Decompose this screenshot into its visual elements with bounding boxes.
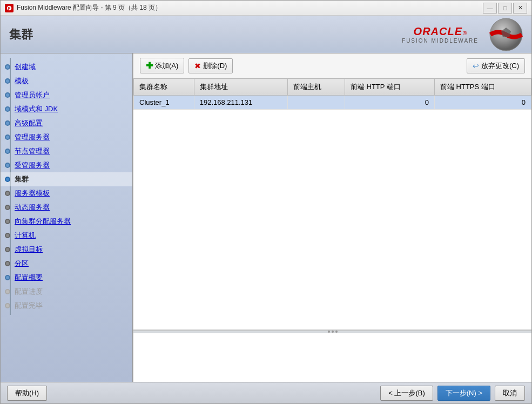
nav-dot-clusters [5, 177, 10, 182]
sidebar-item-config-summary[interactable]: 配置概要 [1, 271, 132, 285]
clusters-table: 集群名称 集群地址 前端主机 前端 HTTP 端口 前端 HTTPS 端口 Cl… [133, 78, 531, 110]
sidebar-item-dynamic-servers[interactable]: 动态服务器 [1, 200, 132, 214]
sidebar-item-templates[interactable]: 模板 [1, 74, 132, 88]
nav-dot-advanced-config [5, 120, 10, 126]
nav-items-container: 创建域 模板 管理员帐户 域模式和 JDK [1, 58, 132, 315]
sidebar-item-node-manager[interactable]: 节点管理器 [1, 144, 132, 158]
nav-dot-virtual-targets [5, 247, 10, 252]
nav-dot-partitions [5, 261, 10, 266]
prev-button[interactable]: < 上一步(B) [380, 386, 433, 401]
abandon-label: 放弃更改(C) [481, 61, 519, 71]
resize-dot-3 [335, 331, 338, 333]
add-button[interactable]: ✚ 添加(A) [140, 58, 184, 73]
sidebar-link-advanced-config[interactable]: 高级配置 [15, 118, 43, 128]
table-body: Cluster_1 192.168.211.131 0 0 [134, 96, 531, 110]
sidebar-item-manage-servers[interactable]: 管理服务器 [1, 130, 132, 144]
minimize-button[interactable]: — [483, 3, 497, 14]
registered-mark: ® [463, 30, 467, 36]
sidebar-link-config-summary[interactable]: 配置概要 [15, 273, 43, 282]
cell-frontend-host[interactable] [287, 96, 345, 110]
sidebar-item-virtual-targets[interactable]: 虚拟目标 [1, 243, 132, 257]
cancel-button[interactable]: 取消 [495, 386, 525, 401]
fusion-middleware-text: FUSION MIDDLEWARE [402, 38, 479, 44]
app-icon: F [5, 4, 14, 12]
cell-cluster-address[interactable]: 192.168.211.131 [194, 96, 287, 110]
sidebar-link-templates[interactable]: 模板 [15, 76, 29, 86]
abandon-button[interactable]: ↩ 放弃更改(C) [467, 58, 525, 73]
maximize-button[interactable]: □ [498, 3, 512, 14]
delete-icon: ✖ [194, 62, 201, 70]
cell-cluster-name[interactable]: Cluster_1 [134, 96, 194, 110]
sidebar-item-partitions[interactable]: 分区 [1, 257, 132, 271]
sidebar-link-managed-servers[interactable]: 受管服务器 [15, 160, 50, 170]
nav-dot-create-domain [5, 64, 10, 70]
toolbar: ✚ 添加(A) ✖ 删除(D) ↩ 放弃更改(C) [133, 53, 531, 78]
nav-dot-machines [5, 233, 10, 238]
content-area: ✚ 添加(A) ✖ 删除(D) ↩ 放弃更改(C) [133, 53, 531, 382]
sidebar-item-admin-account[interactable]: 管理员帐户 [1, 88, 132, 102]
sidebar-item-machines[interactable]: 计算机 [1, 228, 132, 243]
col-header-frontend-http: 前端 HTTP 端口 [345, 79, 434, 96]
header-row: 集群名称 集群地址 前端主机 前端 HTTP 端口 前端 HTTPS 端口 [134, 79, 531, 96]
nav-dot-server-templates [5, 191, 10, 196]
log-area [133, 333, 531, 382]
sidebar-link-partitions[interactable]: 分区 [15, 259, 29, 268]
resize-dots [328, 331, 338, 333]
sidebar-item-assign-servers[interactable]: 向集群分配服务器 [1, 214, 132, 228]
sidebar-link-dynamic-servers[interactable]: 动态服务器 [15, 203, 50, 212]
sidebar-item-clusters[interactable]: 集群 [1, 172, 132, 186]
nav-dot-manage-servers [5, 134, 10, 140]
sidebar-link-node-manager[interactable]: 节点管理器 [15, 146, 50, 156]
sidebar-link-machines[interactable]: 计算机 [15, 231, 36, 240]
sidebar-item-config-complete: 配置完毕 [1, 299, 132, 313]
nav-dot-templates [5, 78, 10, 84]
nav-dot-domain-mode [5, 106, 10, 112]
col-header-frontend-host: 前端主机 [287, 79, 345, 96]
sidebar-item-advanced-config[interactable]: 高级配置 [1, 116, 132, 130]
main-content: 集群 ORACLE ® FUSION MIDDLEWARE [1, 16, 531, 403]
nav-dot-managed-servers [5, 163, 10, 168]
sidebar-link-assign-servers[interactable]: 向集群分配服务器 [15, 217, 71, 226]
table-row[interactable]: Cluster_1 192.168.211.131 0 0 [134, 96, 531, 110]
delete-button[interactable]: ✖ 删除(D) [188, 58, 233, 73]
cell-frontend-http[interactable]: 0 [345, 96, 434, 110]
sidebar-link-manage-servers[interactable]: 管理服务器 [15, 132, 50, 142]
footer: 帮助(H) < 上一步(B) 下一步(N) > 取消 [1, 382, 531, 403]
col-header-name: 集群名称 [134, 79, 194, 96]
oracle-globe-icon [489, 18, 523, 51]
sidebar-link-virtual-targets[interactable]: 虚拟目标 [15, 245, 43, 254]
col-header-address: 集群地址 [194, 79, 287, 96]
sidebar-label-config-progress: 配置进度 [15, 287, 43, 297]
sidebar-active-label-clusters: 集群 [15, 174, 29, 184]
sidebar-link-server-templates[interactable]: 服务器模板 [15, 188, 50, 198]
sidebar-item-config-progress: 配置进度 [1, 285, 132, 299]
close-button[interactable]: ✕ [513, 3, 527, 14]
sidebar-link-admin-account[interactable]: 管理员帐户 [15, 90, 50, 100]
body-area: 创建域 模板 管理员帐户 域模式和 JDK [1, 53, 531, 382]
sidebar-item-domain-mode[interactable]: 域模式和 JDK [1, 102, 132, 116]
oracle-logo: ORACLE ® FUSION MIDDLEWARE [402, 25, 479, 44]
resize-dot-1 [328, 331, 330, 333]
sidebar-link-create-domain[interactable]: 创建域 [15, 62, 36, 72]
table-header: 集群名称 集群地址 前端主机 前端 HTTP 端口 前端 HTTPS 端口 [134, 79, 531, 96]
header-bar: 集群 ORACLE ® FUSION MIDDLEWARE [1, 16, 531, 53]
sidebar-item-create-domain[interactable]: 创建域 [1, 60, 132, 74]
table-area[interactable]: 集群名称 集群地址 前端主机 前端 HTTP 端口 前端 HTTPS 端口 Cl… [133, 78, 531, 330]
resize-dot-2 [332, 331, 334, 333]
add-label: 添加(A) [155, 61, 178, 71]
sidebar-item-server-templates[interactable]: 服务器模板 [1, 186, 132, 200]
svg-text:F: F [8, 6, 11, 10]
sidebar-item-managed-servers[interactable]: 受管服务器 [1, 158, 132, 172]
col-header-frontend-https: 前端 HTTPS 端口 [434, 79, 531, 96]
help-button[interactable]: 帮助(H) [7, 386, 47, 401]
nav-dot-node-manager [5, 149, 10, 154]
nav-dot-dynamic-servers [5, 205, 10, 210]
window-controls: — □ ✕ [483, 3, 527, 14]
cell-frontend-https[interactable]: 0 [434, 96, 531, 110]
nav-dot-config-complete [5, 303, 10, 308]
nav-dot-admin-account [5, 92, 10, 98]
nav-dot-config-summary [5, 275, 10, 280]
sidebar-link-domain-mode[interactable]: 域模式和 JDK [15, 104, 58, 114]
main-window: F Fusion Middleware 配置向导 - 第 9 页（共 18 页）… [0, 0, 532, 404]
next-button[interactable]: 下一步(N) > [437, 386, 490, 401]
